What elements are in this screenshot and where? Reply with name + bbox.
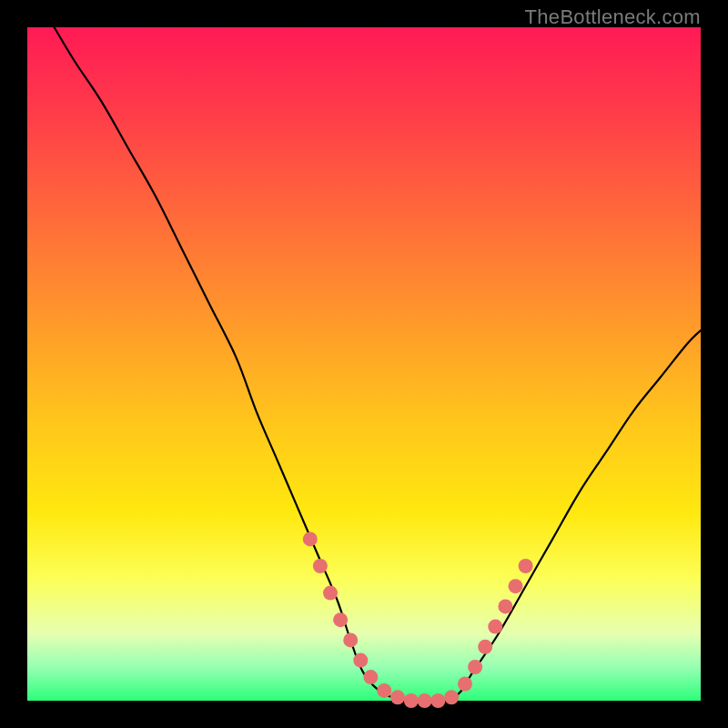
fit-marker (430, 693, 445, 708)
plot-area (27, 27, 701, 701)
fit-marker (377, 683, 391, 698)
fit-marker (363, 670, 378, 684)
fit-marker (323, 586, 338, 601)
chart-frame: TheBottleneck.com (0, 0, 728, 728)
curve-svg (27, 27, 701, 701)
fit-marker-group (303, 531, 533, 708)
fit-marker (404, 693, 419, 708)
watermark-text: TheBottleneck.com (525, 5, 701, 29)
fit-marker (488, 620, 502, 634)
fit-marker (343, 632, 358, 647)
fit-marker (509, 579, 523, 593)
bottleneck-curve (55, 27, 701, 702)
fit-marker (458, 677, 472, 692)
fit-marker (303, 531, 318, 546)
fit-marker (468, 660, 482, 674)
fit-marker (353, 653, 368, 668)
fit-marker (498, 599, 512, 613)
fit-marker (478, 640, 492, 654)
fit-marker (519, 559, 533, 573)
fit-marker (444, 690, 459, 704)
fit-marker (390, 690, 405, 704)
fit-marker (313, 559, 328, 573)
fit-marker (333, 612, 348, 627)
fit-marker (418, 693, 432, 708)
